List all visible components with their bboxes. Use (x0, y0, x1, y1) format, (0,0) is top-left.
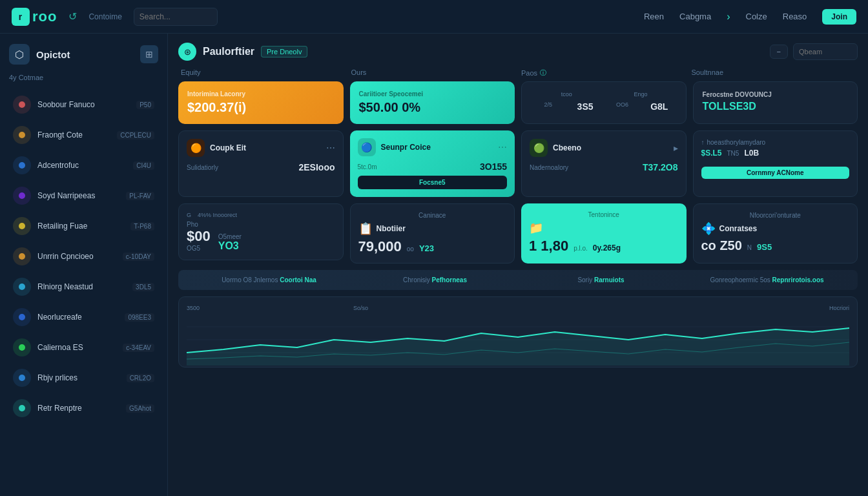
mc1-sub: Sulidatiorly (187, 164, 218, 171)
mini-card-3: 🟢 Cbeeno ▸ Nadernoalory T37.2O8 (521, 130, 687, 197)
sidebar-item-badge-6: 3DL5 (132, 283, 154, 291)
logo: r roo (12, 8, 57, 26)
sidebar-icon-10 (13, 399, 31, 417)
sidebar-item-7[interactable]: Neorlucreafe 098EE3 (4, 302, 163, 332)
nav-link-reen[interactable]: Reen (644, 12, 664, 21)
sidebar-item-badge-0: P50 (136, 101, 154, 109)
caninace-name: Nbotiier (377, 224, 406, 233)
svg-point-3 (19, 192, 25, 199)
sidebar-item-9[interactable]: Rbjv prlices CRL2O (4, 363, 163, 393)
top-navigation: r roo ↺ Contoime Reen Cabgma › Colze Rea… (0, 0, 868, 34)
minus-button[interactable]: − (770, 45, 788, 59)
sidebar-item-label-1: Fraongt Cote (37, 130, 110, 140)
svg-point-5 (19, 253, 25, 260)
svg-point-1 (19, 132, 25, 138)
logo-icon: r (12, 8, 30, 26)
tentonince-header: 📁 (529, 221, 679, 235)
nav-link-reaso[interactable]: Reaso (783, 12, 807, 21)
col-header-ours: Ours (351, 68, 515, 78)
sidebar-item-2[interactable]: Adcentrofuc CI4U (4, 150, 163, 180)
sidebar-item-badge-3: PL-FAV (126, 192, 154, 200)
sidebar-item-8[interactable]: Caliernoa ES c-34EAV (4, 333, 163, 362)
dark-sub-val2: G8L (642, 101, 676, 112)
bc-pho-val: $00 (187, 228, 211, 245)
content-search-input[interactable] (793, 43, 858, 60)
mc4-val1: $S.L5 (701, 149, 722, 158)
tentonince-big: 1 1,80 (529, 238, 568, 254)
mc2-dots[interactable]: ⋯ (498, 142, 507, 152)
caninace-big: 79,000 (358, 238, 402, 255)
nav-link-cabgma[interactable]: Cabgma (679, 12, 711, 21)
chart-label-1: 3500 (187, 305, 200, 311)
content-title-area: ⊛ Paulorftier Pre Dneolv (178, 43, 307, 61)
sidebar-header-button[interactable]: ⊞ (140, 45, 158, 63)
tentonince-icon: 📁 (529, 221, 543, 235)
bottom-card-g: G 4%% Inooorect Pho $00 OG5 O5meer YO3 (178, 203, 344, 264)
sidebar-item-5[interactable]: Unrrin Cpncioeo c-10DAY (4, 242, 163, 271)
sidebar-item-badge-5: c-10DAY (123, 253, 154, 261)
dark-stat-label2: Engo (605, 91, 677, 98)
svg-point-4 (19, 223, 25, 229)
mc4-arrow: ↑ (701, 139, 705, 146)
mc3-header: 🟢 Cbeeno ▸ (530, 139, 678, 157)
nfoorcori-name: Conratses (719, 224, 758, 233)
orange-card: Intorimina Laconry $200.37(i) (178, 81, 344, 124)
sidebar-icon-9 (13, 369, 31, 387)
sidebar-item-badge-4: T-P68 (130, 222, 154, 231)
caninace-vals: 79,000 oo Y23 (358, 238, 507, 255)
mc4-val2: L0B (744, 149, 759, 158)
mc1-name: Coupk Eit (210, 143, 246, 152)
sidebar-icon-0 (13, 96, 31, 114)
fb-item-2: Chronisiy Pefhorneas (355, 276, 515, 284)
nfoorcori-sub2: 9S5 (757, 242, 772, 252)
refresh-icon[interactable]: ↺ (68, 10, 77, 23)
content-title: Paulorftier (203, 46, 254, 57)
sidebar-title: Opictot (36, 49, 70, 60)
mc2-val: 3O155 (480, 161, 507, 172)
logo-text: roo (32, 8, 57, 25)
mc1-header: 🟠 Coupk Eit ⋯ (187, 139, 335, 157)
svg-point-9 (19, 375, 25, 381)
sidebar-item-label-7: Neorlucreafe (37, 313, 118, 322)
content-header: ⊛ Paulorftier Pre Dneolv − (178, 43, 858, 61)
fb-item-1: Uorrno O8 Jnlernos Coortoi Naa (189, 276, 349, 284)
sidebar-icon-1 (13, 126, 31, 144)
sidebar-item-0[interactable]: Soobour Fanuco P50 (4, 90, 163, 119)
orange-card-value: $200.37(i) (187, 100, 335, 115)
nav-link-colze[interactable]: Colze (746, 12, 767, 21)
mc1-dots[interactable]: ⋯ (326, 143, 335, 153)
tentonince-vals: 1 1,80 p.l.o. 0y.265g (529, 238, 679, 254)
mc2-button[interactable]: Focsne5 (358, 176, 508, 189)
dark-stats-card: tcoo Engo 2/5 3S5 OO6 G8L (521, 81, 687, 124)
nfoorcori-icon: 💠 (701, 222, 716, 236)
sidebar-item-10[interactable]: Retr Renptre G5Ahot (4, 393, 163, 423)
mc2-row: 5tc.0m 3O155 (358, 161, 508, 172)
tentonince-sub2: 0y.265g (593, 243, 621, 253)
sidebar-icon-5 (13, 247, 31, 265)
sidebar-item-4[interactable]: Retailing Fuae T-P68 (4, 211, 163, 241)
svg-marker-14 (187, 328, 849, 366)
caninace-label: Caninace (358, 212, 507, 219)
svg-point-0 (19, 101, 25, 108)
nav-search-input[interactable] (134, 8, 218, 26)
mc3-dots[interactable]: ▸ (674, 143, 678, 153)
bc-o5meer-label: O5meer (218, 233, 242, 240)
join-button[interactable]: Join (822, 9, 856, 25)
sidebar-item-3[interactable]: Soyd Narripeeas PL-FAV (4, 181, 163, 211)
sidebar-item-label-9: Rbjv prlices (37, 373, 120, 382)
svg-point-8 (19, 344, 25, 351)
mc4-button[interactable]: Cornmny ACNome (701, 167, 850, 179)
sidebar-item-label-3: Soyd Narripeeas (37, 191, 119, 200)
dark-sub-label2: OO6 (605, 101, 639, 108)
sidebar-item-1[interactable]: Fraongt Cote CCPLECU (4, 120, 163, 150)
sidebar-item-6[interactable]: Rlniorg Neastud 3DL5 (4, 272, 163, 302)
bc-g-sublabel: G 4%% Inooorect (187, 212, 335, 218)
mc3-name: Cbeeno (553, 143, 581, 152)
sidebar-icon-6 (13, 278, 31, 296)
teal-card-value: $50.00 0% (359, 100, 506, 115)
dark-sub-val1: 3S5 (568, 101, 602, 112)
sidebar-item-label-0: Soobour Fanuco (37, 100, 130, 109)
sidebar-icon-3 (13, 187, 31, 205)
sidebar-item-badge-9: CRL2O (127, 374, 154, 382)
dark-stat-label1: tcoo (531, 91, 603, 98)
